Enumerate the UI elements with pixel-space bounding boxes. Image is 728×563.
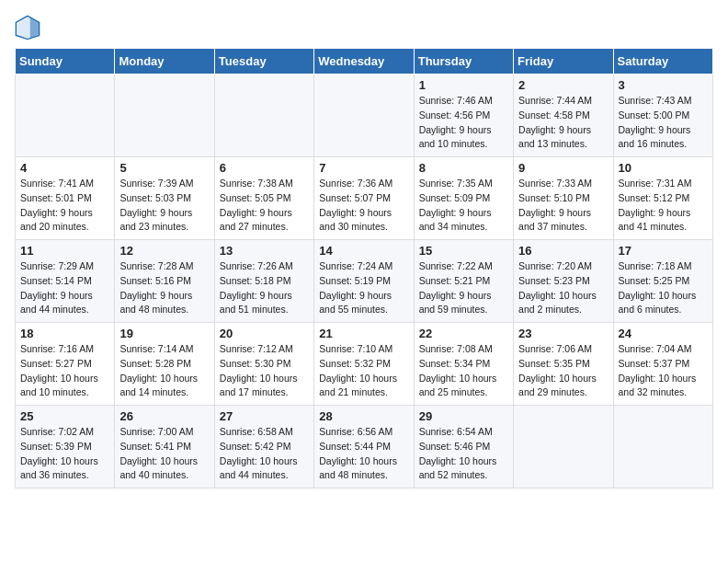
calendar-cell: 9Sunrise: 7:33 AM Sunset: 5:10 PM Daylig… <box>514 157 613 240</box>
day-detail: Sunrise: 7:28 AM Sunset: 5:16 PM Dayligh… <box>119 259 209 317</box>
day-number: 17 <box>619 244 708 258</box>
day-number: 21 <box>319 327 408 340</box>
day-header-monday: Monday <box>115 49 214 75</box>
day-detail: Sunrise: 7:06 AM Sunset: 5:35 PM Dayligh… <box>518 342 608 400</box>
day-number: 11 <box>20 244 109 258</box>
day-header-friday: Friday <box>514 49 613 75</box>
day-detail: Sunrise: 6:54 AM Sunset: 5:46 PM Dayligh… <box>419 425 508 483</box>
calendar-cell: 23Sunrise: 7:06 AM Sunset: 5:35 PM Dayli… <box>514 323 613 406</box>
day-detail: Sunrise: 7:12 AM Sunset: 5:30 PM Dayligh… <box>220 342 309 400</box>
calendar-week-5: 25Sunrise: 7:02 AM Sunset: 5:39 PM Dayli… <box>16 406 713 488</box>
day-number: 28 <box>319 409 408 423</box>
calendar-cell: 3Sunrise: 7:43 AM Sunset: 5:00 PM Daylig… <box>613 75 712 157</box>
calendar-cell <box>115 75 214 157</box>
calendar-table: SundayMondayTuesdayWednesdayThursdayFrid… <box>15 48 713 488</box>
day-detail: Sunrise: 7:20 AM Sunset: 5:23 PM Dayligh… <box>518 259 608 317</box>
day-number: 12 <box>119 244 209 258</box>
day-detail: Sunrise: 7:31 AM Sunset: 5:12 PM Dayligh… <box>619 177 708 235</box>
calendar-cell: 13Sunrise: 7:26 AM Sunset: 5:18 PM Dayli… <box>214 240 313 323</box>
day-detail: Sunrise: 7:02 AM Sunset: 5:39 PM Dayligh… <box>20 425 109 483</box>
day-number: 13 <box>220 244 309 258</box>
day-header-sunday: Sunday <box>16 49 115 75</box>
calendar-cell: 28Sunrise: 6:56 AM Sunset: 5:44 PM Dayli… <box>314 406 414 488</box>
calendar-cell: 26Sunrise: 7:00 AM Sunset: 5:41 PM Dayli… <box>115 406 214 488</box>
day-detail: Sunrise: 6:58 AM Sunset: 5:42 PM Dayligh… <box>220 425 309 483</box>
day-number: 20 <box>220 327 309 340</box>
day-detail: Sunrise: 7:43 AM Sunset: 5:00 PM Dayligh… <box>619 94 708 152</box>
calendar-cell: 2Sunrise: 7:44 AM Sunset: 4:58 PM Daylig… <box>514 75 613 157</box>
day-number: 5 <box>119 161 209 175</box>
page-header <box>15 15 713 40</box>
day-detail: Sunrise: 7:35 AM Sunset: 5:09 PM Dayligh… <box>419 177 508 235</box>
day-number: 3 <box>619 78 708 92</box>
calendar-cell: 16Sunrise: 7:20 AM Sunset: 5:23 PM Dayli… <box>514 240 613 323</box>
day-number: 25 <box>20 409 109 423</box>
day-number: 24 <box>619 327 708 340</box>
calendar-cell: 21Sunrise: 7:10 AM Sunset: 5:32 PM Dayli… <box>314 323 414 406</box>
day-detail: Sunrise: 7:24 AM Sunset: 5:19 PM Dayligh… <box>319 259 408 317</box>
day-number: 29 <box>419 409 508 423</box>
calendar-cell: 24Sunrise: 7:04 AM Sunset: 5:37 PM Dayli… <box>613 323 712 406</box>
day-detail: Sunrise: 7:14 AM Sunset: 5:28 PM Dayligh… <box>119 342 209 400</box>
calendar-cell: 4Sunrise: 7:41 AM Sunset: 5:01 PM Daylig… <box>16 157 115 240</box>
calendar-week-3: 11Sunrise: 7:29 AM Sunset: 5:14 PM Dayli… <box>16 240 713 323</box>
day-number: 6 <box>220 161 309 175</box>
calendar-body: 1Sunrise: 7:46 AM Sunset: 4:56 PM Daylig… <box>16 75 713 488</box>
day-detail: Sunrise: 7:33 AM Sunset: 5:10 PM Dayligh… <box>518 177 608 235</box>
day-detail: Sunrise: 7:16 AM Sunset: 5:27 PM Dayligh… <box>20 342 109 400</box>
day-detail: Sunrise: 7:08 AM Sunset: 5:34 PM Dayligh… <box>419 342 508 400</box>
day-number: 26 <box>119 409 209 423</box>
calendar-cell: 19Sunrise: 7:14 AM Sunset: 5:28 PM Dayli… <box>115 323 214 406</box>
day-number: 1 <box>419 78 508 92</box>
day-number: 4 <box>20 161 109 175</box>
header-row: SundayMondayTuesdayWednesdayThursdayFrid… <box>16 49 713 75</box>
day-detail: Sunrise: 7:39 AM Sunset: 5:03 PM Dayligh… <box>119 177 209 235</box>
calendar-cell: 25Sunrise: 7:02 AM Sunset: 5:39 PM Dayli… <box>16 406 115 488</box>
day-header-saturday: Saturday <box>613 49 712 75</box>
logo-icon <box>15 15 40 40</box>
day-detail: Sunrise: 7:29 AM Sunset: 5:14 PM Dayligh… <box>20 259 109 317</box>
calendar-cell: 18Sunrise: 7:16 AM Sunset: 5:27 PM Dayli… <box>16 323 115 406</box>
calendar-cell <box>514 406 613 488</box>
day-header-thursday: Thursday <box>414 49 513 75</box>
calendar-cell: 17Sunrise: 7:18 AM Sunset: 5:25 PM Dayli… <box>613 240 712 323</box>
calendar-cell: 1Sunrise: 7:46 AM Sunset: 4:56 PM Daylig… <box>414 75 513 157</box>
day-number: 7 <box>319 161 408 175</box>
day-number: 23 <box>518 327 608 340</box>
day-detail: Sunrise: 7:38 AM Sunset: 5:05 PM Dayligh… <box>220 177 309 235</box>
calendar-cell: 10Sunrise: 7:31 AM Sunset: 5:12 PM Dayli… <box>613 157 712 240</box>
calendar-cell: 5Sunrise: 7:39 AM Sunset: 5:03 PM Daylig… <box>115 157 214 240</box>
calendar-week-4: 18Sunrise: 7:16 AM Sunset: 5:27 PM Dayli… <box>16 323 713 406</box>
day-detail: Sunrise: 7:04 AM Sunset: 5:37 PM Dayligh… <box>619 342 708 400</box>
calendar-cell <box>613 406 712 488</box>
calendar-cell <box>314 75 414 157</box>
day-detail: Sunrise: 7:18 AM Sunset: 5:25 PM Dayligh… <box>619 259 708 317</box>
calendar-cell: 22Sunrise: 7:08 AM Sunset: 5:34 PM Dayli… <box>414 323 513 406</box>
day-number: 8 <box>419 161 508 175</box>
calendar-cell: 27Sunrise: 6:58 AM Sunset: 5:42 PM Dayli… <box>214 406 313 488</box>
day-detail: Sunrise: 7:44 AM Sunset: 4:58 PM Dayligh… <box>518 94 608 152</box>
day-number: 9 <box>518 161 608 175</box>
calendar-cell <box>214 75 313 157</box>
day-detail: Sunrise: 7:00 AM Sunset: 5:41 PM Dayligh… <box>119 425 209 483</box>
day-detail: Sunrise: 6:56 AM Sunset: 5:44 PM Dayligh… <box>319 425 408 483</box>
day-detail: Sunrise: 7:22 AM Sunset: 5:21 PM Dayligh… <box>419 259 508 317</box>
day-number: 22 <box>419 327 508 340</box>
logo <box>15 15 44 40</box>
day-number: 18 <box>20 327 109 340</box>
day-header-wednesday: Wednesday <box>314 49 414 75</box>
day-number: 14 <box>319 244 408 258</box>
calendar-cell <box>16 75 115 157</box>
calendar-cell: 7Sunrise: 7:36 AM Sunset: 5:07 PM Daylig… <box>314 157 414 240</box>
calendar-cell: 8Sunrise: 7:35 AM Sunset: 5:09 PM Daylig… <box>414 157 513 240</box>
day-number: 10 <box>619 161 708 175</box>
day-number: 16 <box>518 244 608 258</box>
calendar-cell: 12Sunrise: 7:28 AM Sunset: 5:16 PM Dayli… <box>115 240 214 323</box>
day-number: 15 <box>419 244 508 258</box>
calendar-cell: 15Sunrise: 7:22 AM Sunset: 5:21 PM Dayli… <box>414 240 513 323</box>
calendar-cell: 14Sunrise: 7:24 AM Sunset: 5:19 PM Dayli… <box>314 240 414 323</box>
calendar-week-1: 1Sunrise: 7:46 AM Sunset: 4:56 PM Daylig… <box>16 75 713 157</box>
day-detail: Sunrise: 7:46 AM Sunset: 4:56 PM Dayligh… <box>419 94 508 152</box>
calendar-cell: 11Sunrise: 7:29 AM Sunset: 5:14 PM Dayli… <box>16 240 115 323</box>
calendar-cell: 20Sunrise: 7:12 AM Sunset: 5:30 PM Dayli… <box>214 323 313 406</box>
